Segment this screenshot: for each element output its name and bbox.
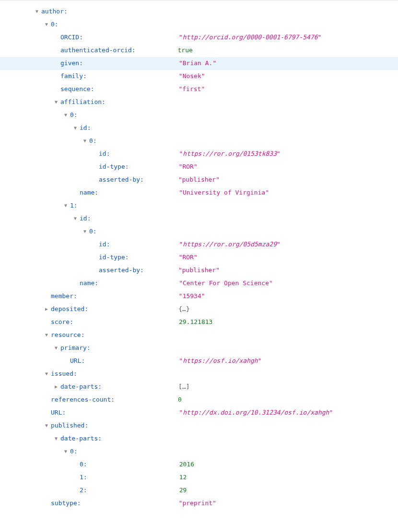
chevron-right-icon[interactable]: ▶ (53, 381, 59, 393)
property-value: "15934" (179, 290, 205, 302)
property-key: 0 (89, 135, 93, 147)
chevron-down-icon[interactable]: ▼ (82, 135, 88, 147)
chevron-down-icon[interactable]: ▼ (43, 18, 50, 31)
tree-row[interactable]: ▶name:"University of Virginia" (0, 186, 398, 199)
chevron-down-icon[interactable]: ▼ (53, 432, 59, 445)
tree-row[interactable]: ▶ORCID:"http://orcid.org/0000-0001-6797-… (0, 31, 398, 44)
tree-row[interactable]: ▼affiliation: (0, 96, 398, 109)
property-value: true (178, 44, 193, 57)
colon: : (94, 186, 98, 199)
tree-row[interactable]: ▶2:29 (0, 484, 398, 497)
tree-row[interactable]: ▼1: (0, 199, 398, 212)
tree-row[interactable]: ▶id:"https://ror.org/05d5mza29" (0, 238, 398, 251)
tree-row[interactable]: ▶member:"15934" (0, 290, 398, 303)
tree-row[interactable]: ▶sequence:"first" (0, 83, 398, 96)
tree-row[interactable]: ▶id-type:"ROR" (0, 251, 398, 264)
tree-row[interactable]: ▼id: (0, 122, 398, 135)
tree-row[interactable]: ▶deposited:{…} (0, 303, 398, 316)
chevron-down-icon[interactable]: ▼ (62, 109, 69, 121)
chevron-down-icon[interactable]: ▼ (43, 419, 50, 432)
toggle-spacer: ▶ (43, 316, 50, 328)
toggle-spacer: ▶ (72, 186, 79, 199)
property-value: 0 (178, 393, 182, 406)
property-key: 0 (70, 445, 74, 458)
colon: : (98, 381, 102, 393)
tree-row[interactable]: ▶authenticated-orcid:true (0, 44, 398, 57)
tree-row[interactable]: ▶1:12 (0, 471, 398, 484)
property-key: name (80, 277, 94, 289)
tree-row[interactable]: ▼date-parts: (0, 432, 398, 445)
property-key: authenticated-orcid (60, 44, 132, 57)
property-key: 0 (51, 18, 55, 31)
colon: : (125, 161, 129, 173)
json-tree: ▼author:▼0:▶ORCID:"http://orcid.org/0000… (0, 0, 398, 520)
chevron-down-icon[interactable]: ▼ (62, 199, 69, 212)
property-value: 12 (179, 471, 187, 484)
tree-row[interactable]: ▶score:29.121813 (0, 316, 398, 329)
tree-row[interactable]: ▼0: (0, 18, 398, 31)
property-key: 1 (80, 471, 83, 484)
tree-row[interactable]: ▼0: (0, 109, 398, 122)
tree-row[interactable]: ▶given:"Brian A." (0, 57, 398, 70)
chevron-down-icon[interactable]: ▼ (53, 342, 59, 354)
chevron-down-icon[interactable]: ▼ (72, 122, 79, 134)
toggle-spacer: ▶ (53, 31, 59, 44)
colon: : (81, 329, 85, 341)
toggle-spacer: ▶ (53, 70, 59, 82)
property-key: deposited (51, 303, 84, 315)
chevron-down-icon[interactable]: ▼ (43, 368, 50, 380)
property-key: score (51, 316, 70, 328)
tree-row[interactable]: ▶family:"Nosek" (0, 70, 398, 83)
tree-row[interactable]: ▼0: (0, 135, 398, 148)
property-value: […] (178, 381, 189, 393)
colon: : (64, 5, 68, 18)
property-key: 0 (70, 109, 74, 121)
tree-row[interactable]: ▼0: (0, 445, 398, 458)
toggle-spacer: ▶ (43, 497, 50, 509)
property-value: "Center For Open Science" (179, 277, 273, 289)
colon: : (74, 109, 78, 121)
toggle-spacer: ▶ (91, 264, 98, 277)
tree-row[interactable]: ▶URL:"https://osf.io/xahgh" (0, 355, 398, 368)
property-key: resource (51, 329, 81, 341)
property-value: "http://orcid.org/0000-0001-6797-5476" (179, 31, 321, 44)
chevron-down-icon[interactable]: ▼ (53, 96, 59, 108)
tree-row[interactable]: ▶id:"https://ror.org/0153tk833" (0, 148, 398, 161)
tree-row[interactable]: ▶date-parts:[…] (0, 381, 398, 393)
tree-row[interactable]: ▼0: (0, 225, 398, 238)
property-key: URL (70, 355, 81, 367)
tree-row[interactable]: ▼published: (0, 419, 398, 432)
tree-row[interactable]: ▼primary: (0, 342, 398, 355)
tree-row[interactable]: ▶0:2016 (0, 458, 398, 471)
colon: : (102, 96, 105, 108)
colon: : (93, 135, 97, 147)
toggle-spacer: ▶ (53, 83, 59, 95)
colon: : (140, 264, 144, 277)
chevron-down-icon[interactable]: ▼ (43, 329, 50, 341)
tree-row[interactable]: ▼resource: (0, 329, 398, 342)
tree-row[interactable]: ▶subtype:"preprint" (0, 497, 398, 510)
tree-row[interactable]: ▶references-count:0 (0, 393, 398, 406)
tree-row[interactable]: ▶asserted-by:"publisher" (0, 173, 398, 186)
chevron-down-icon[interactable]: ▼ (62, 445, 69, 458)
toggle-spacer: ▶ (91, 238, 98, 251)
colon: : (79, 31, 83, 44)
chevron-right-icon[interactable]: ▶ (43, 303, 50, 315)
tree-row[interactable]: ▼id: (0, 212, 398, 225)
tree-row[interactable]: ▶name:"Center For Open Science" (0, 277, 398, 290)
tree-row[interactable]: ▼author: (0, 5, 398, 18)
chevron-down-icon[interactable]: ▼ (34, 5, 40, 18)
property-key: subtype (51, 497, 77, 509)
property-key: sequence (60, 83, 91, 95)
colon: : (93, 225, 97, 238)
toggle-spacer: ▶ (72, 277, 79, 289)
tree-row[interactable]: ▼issued: (0, 368, 398, 381)
chevron-down-icon[interactable]: ▼ (72, 212, 79, 225)
chevron-down-icon[interactable]: ▼ (82, 225, 88, 238)
tree-row[interactable]: ▶asserted-by:"publisher" (0, 264, 398, 277)
toggle-spacer: ▶ (72, 484, 79, 497)
tree-row[interactable]: ▶URL:"http://dx.doi.org/10.31234/osf.io/… (0, 406, 398, 419)
toggle-spacer: ▶ (53, 57, 59, 69)
colon: : (81, 355, 85, 367)
tree-row[interactable]: ▶id-type:"ROR" (0, 161, 398, 173)
